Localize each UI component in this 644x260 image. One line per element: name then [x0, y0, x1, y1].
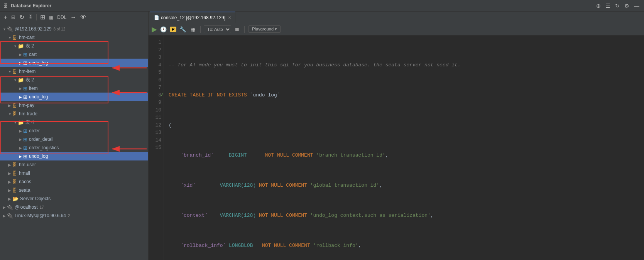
arrow-icon: ▶ — [18, 95, 23, 99]
schema-icon: 🗄 — [12, 35, 17, 41]
code-line-4: `branch_id` BIGINT NOT NULL COMMENT 'bra… — [169, 152, 639, 159]
table-icon: ⊞ — [23, 154, 27, 159]
db-icon[interactable]: ⚙ — [623, 2, 631, 10]
add-btn[interactable]: + — [2, 14, 9, 21]
line-numbers: 12345 678910 1112131415 — [149, 35, 164, 260]
p-btn[interactable]: P — [170, 27, 176, 32]
arrow-icon: ▾ — [7, 112, 12, 116]
tree-item-order-detail[interactable]: ▶ ⊞ order_detail — [0, 135, 148, 144]
tree-item-hm-trade[interactable]: ▾ 🗄 hm-trade — [0, 110, 148, 118]
stop-btn[interactable]: ⏹ — [233, 26, 241, 33]
arrow-icon: ▶ — [7, 180, 12, 184]
table-icon: ⊞ — [23, 86, 27, 91]
clock-icon[interactable]: 🕐 — [159, 26, 168, 33]
arrow-icon: ▾ — [7, 69, 12, 74]
tree-item-hm-cart-tables[interactable]: ▾ 📁 表 2 — [0, 42, 148, 50]
arrow-icon: ▶ — [18, 137, 23, 142]
grid-btn[interactable]: ⊞ — [39, 13, 47, 21]
tree-label: 表 2 — [25, 77, 34, 83]
schema-icon: 🗄 — [12, 179, 17, 185]
tree-item-seata[interactable]: ▶ 🗄 seata — [0, 186, 148, 194]
new-icon[interactable]: ⊕ — [595, 2, 602, 10]
server-icon: 🔌 — [7, 204, 13, 210]
schema-icon: 🗄 — [12, 187, 17, 193]
table-btn[interactable]: ▦ — [47, 14, 55, 20]
tree-item-item[interactable]: ▶ ⊞ item — [0, 84, 148, 93]
tree-item-undo-log-2[interactable]: ▶ ⊞ undo_log — [0, 93, 148, 101]
arrow-icon: ▶ — [2, 205, 7, 209]
tree-item-undo-log-3[interactable]: ▶ ⊞ undo_log — [0, 152, 148, 160]
arrow-icon: ▶ — [7, 171, 12, 176]
tree-item-hm-trade-tables[interactable]: ▾ 📁 表 4 — [0, 118, 148, 127]
tree-label: 表 4 — [25, 119, 34, 126]
code-indent — [169, 152, 181, 159]
code-keyword: CREATE TABLE IF NOT EXISTS — [169, 91, 250, 99]
tree-label: seata — [19, 187, 30, 193]
list-icon[interactable]: ☰ — [604, 2, 612, 10]
run-btn[interactable]: ▶ — [152, 25, 157, 34]
refresh-btn[interactable]: ↻ — [18, 13, 26, 21]
tree-label: Linux-Mysql@10.90.6.64 — [15, 213, 66, 218]
table-icon: ⊞ — [23, 60, 27, 66]
close-btn[interactable]: ✕ — [228, 15, 231, 20]
minimize-icon[interactable]: — — [632, 2, 641, 10]
playground-btn[interactable]: Playground ▾ — [248, 25, 281, 33]
schema-icon: 🗄 — [12, 162, 17, 168]
tree-item-hm-item-tables[interactable]: ▾ 📁 表 2 — [0, 76, 148, 84]
code-line-5: `xid` VARCHAR(128) NOT NULL COMMENT 'glo… — [169, 182, 639, 189]
tree-item-hmall[interactable]: ▶ 🗄 hmall — [0, 169, 148, 177]
tree-item-hm-item[interactable]: ▾ 🗄 hm-item — [0, 67, 148, 76]
arrow-icon: ▶ — [7, 103, 12, 108]
ddl-label[interactable]: DDL — [56, 15, 68, 20]
chevron-down-icon: ▾ — [275, 27, 277, 31]
tree-label: undo_log — [29, 60, 48, 66]
schema-btn[interactable]: 🗄 — [27, 14, 34, 20]
server-obj-icon: 📂 — [12, 196, 19, 202]
arrow-icon: ▶ — [18, 154, 23, 159]
code-type: BIGINT — [229, 152, 247, 159]
table-icon: ⊞ — [23, 137, 27, 142]
filter-btn[interactable]: ⊟ — [10, 14, 17, 20]
code-plain: `undo_log` — [250, 91, 280, 99]
code-line-7: `rollback_info` LONGBLOB NOT NULL COMMEN… — [169, 242, 639, 250]
tree-badge: 2 — [68, 214, 70, 218]
tree-label: hmall — [19, 171, 30, 176]
arrow-icon: ▶ — [18, 52, 23, 57]
tree-item-order-logistics[interactable]: ▶ ⊞ order_logistics — [0, 144, 148, 152]
tree-item-order[interactable]: ▶ ⊞ order — [0, 127, 148, 135]
eye-btn[interactable]: 👁 — [79, 14, 88, 21]
tree-item-root[interactable]: ▾ 🔌 @192.168.92.129 8 of 12 — [0, 25, 148, 33]
tree-label: nacos — [19, 179, 31, 184]
wrench-icon[interactable]: 🔧 — [178, 26, 188, 33]
server-icon: 🔌 — [7, 26, 13, 32]
tx-select[interactable]: Tx: Auto — [204, 25, 231, 33]
code-line-2: ✓ CREATE TABLE IF NOT EXISTS `undo_log` — [169, 91, 639, 99]
folder-icon: 📁 — [18, 77, 24, 83]
code-line-1: -- for AT mode you must to init this sql… — [169, 61, 639, 69]
code-line-3: ( — [169, 122, 639, 129]
code-content[interactable]: -- for AT mode you must to init this sql… — [164, 35, 644, 260]
tree-item-cart[interactable]: ▶ ⊞ cart — [0, 50, 148, 59]
tree-label: hm-user — [19, 162, 36, 167]
tree-item-hm-cart[interactable]: ▾ 🗄 hm-cart — [0, 33, 148, 42]
tree-item-hm-user[interactable]: ▶ 🗄 hm-user — [0, 160, 148, 169]
tree-label: cart — [29, 52, 37, 57]
tree-item-undo-log-1[interactable]: ▶ ⊞ undo_log — [0, 59, 148, 67]
code-plain: ( — [169, 122, 172, 129]
tree-item-nacos[interactable]: ▶ 🗄 nacos — [0, 177, 148, 186]
table-icon[interactable]: ▦ — [189, 26, 197, 33]
tree-label: hm-item — [19, 69, 35, 74]
tree-item-server-objects[interactable]: ▶ 📂 Server Objects — [0, 194, 148, 203]
tree-item-localhost[interactable]: ▶ 🔌 @localhost 17 — [0, 203, 148, 211]
tree-item-linux-mysql[interactable]: ▶ 🔌 Linux-Mysql@10.90.6.64 2 — [0, 211, 148, 220]
arrow-icon: ▾ — [2, 27, 7, 31]
code-editor[interactable]: 12345 678910 1112131415 -- for AT mode y… — [149, 35, 644, 260]
refresh-icon[interactable]: ↻ — [614, 2, 621, 10]
tree-badge: 17 — [40, 205, 44, 209]
arrow-btn[interactable]: → — [69, 14, 78, 21]
tree-label: order_detail — [29, 137, 53, 142]
arrow-icon: ▶ — [7, 188, 12, 192]
tab-console-12[interactable]: 📄 console_12 [@192.168.92.129] ✕ — [150, 12, 235, 23]
table-icon: ⊞ — [23, 52, 27, 57]
tree-item-hm-pay[interactable]: ▶ 🗄 hm-pay — [0, 101, 148, 110]
